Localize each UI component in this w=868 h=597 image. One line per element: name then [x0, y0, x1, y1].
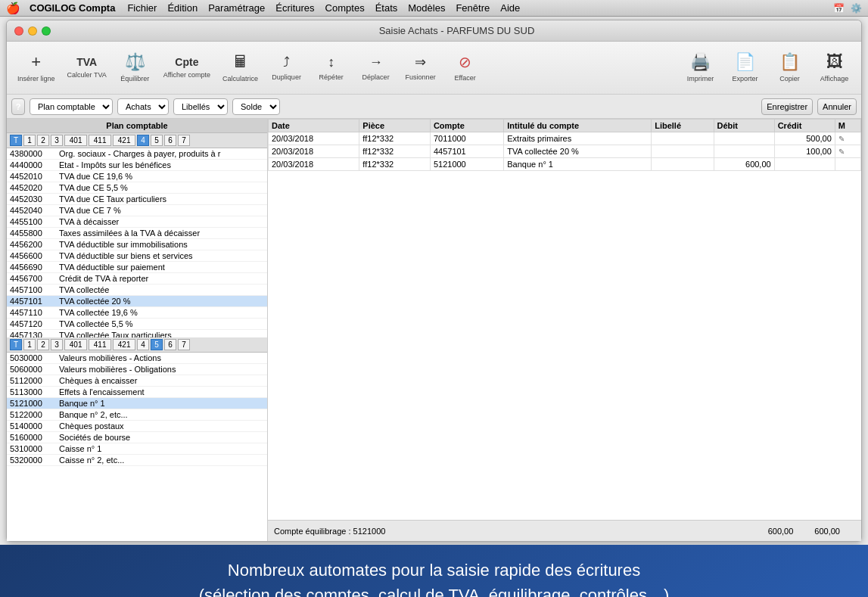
achats-select[interactable]: Achats: [117, 98, 169, 115]
account-row[interactable]: 5060000Valeurs mobilières - Obligations: [7, 364, 267, 375]
app-name[interactable]: COGILOG Compta: [30, 2, 115, 14]
libelles-select[interactable]: Libellés: [173, 98, 228, 115]
tab-7-2[interactable]: 7: [178, 339, 190, 350]
menu-fenetre[interactable]: Fenêtre: [456, 2, 490, 14]
tab-5-2[interactable]: 5: [151, 339, 163, 350]
account-row[interactable]: 4457130TVA collectée Taux particuliers: [7, 330, 267, 337]
tab-411-2[interactable]: 411: [89, 339, 111, 350]
save-button[interactable]: Enregistrer: [761, 98, 813, 115]
close-button[interactable]: [14, 26, 23, 36]
menu-aide[interactable]: Aide: [500, 2, 520, 14]
account-row[interactable]: 5030000Valeurs mobilières - Actions: [7, 353, 267, 364]
account-row[interactable]: 4452020TVA due CE 5,5 %: [7, 182, 267, 194]
duplicate-button[interactable]: ⤴ Dupliquer: [266, 46, 307, 90]
account-row[interactable]: 4452040TVA due CE 7 %: [7, 205, 267, 216]
cell-m: [835, 158, 860, 171]
cancel-button[interactable]: Annuler: [817, 98, 857, 115]
account-row-selected[interactable]: 4457101TVA collectée 20 %: [7, 296, 267, 307]
tab-401-2[interactable]: 401: [64, 339, 87, 350]
journal-row[interactable]: 20/03/2018 ff12*332 7011000 Extraits pri…: [269, 132, 861, 145]
print-button[interactable]: 🖨️ Imprimer: [680, 46, 721, 90]
move-button[interactable]: → Déplacer: [355, 46, 397, 90]
repeat-button[interactable]: ↕ Répéter: [310, 46, 352, 90]
merge-button[interactable]: ⇒ Fusionner: [400, 46, 441, 90]
account-row[interactable]: 4456690TVA déductible sur paiement: [7, 262, 267, 273]
account-row[interactable]: 4452030TVA due CE Taux particuliers: [7, 194, 267, 205]
export-button[interactable]: 📄 Exporter: [724, 46, 766, 90]
tab-401-1[interactable]: 401: [64, 135, 87, 146]
debit-total: 600,00: [768, 527, 794, 536]
tab-7-1[interactable]: 7: [178, 135, 190, 146]
account-row[interactable]: 4456600TVA déductible sur biens et servi…: [7, 250, 267, 262]
tab-4-1[interactable]: 4: [137, 135, 149, 146]
tab-421-1[interactable]: 421: [113, 135, 135, 146]
account-row[interactable]: 4440000Etat - Impôts sur les bénéfices: [7, 160, 267, 171]
journal-row[interactable]: 20/03/2018 ff12*332 4457101 TVA collecté…: [269, 145, 861, 158]
tab-421-2[interactable]: 421: [113, 339, 135, 350]
help-button[interactable]: ?: [11, 98, 25, 115]
cell-m: ✎: [835, 145, 860, 158]
tab-4-2[interactable]: 4: [137, 339, 149, 350]
balance-button[interactable]: ⚖️ Équilibrer: [114, 46, 156, 90]
delete-button[interactable]: ⊘ Effacer: [444, 46, 486, 90]
account-row-selected[interactable]: 5121000Banque n° 1: [7, 398, 267, 409]
cell-credit: [774, 158, 835, 171]
account-row[interactable]: 5310000Caisse n° 1: [7, 443, 267, 455]
tab-6-2[interactable]: 6: [164, 339, 176, 350]
account-row[interactable]: 4380000Org. sociaux - Charges à payer, p…: [7, 148, 267, 160]
edit-icon[interactable]: ✎: [838, 148, 845, 156]
tab-3-2[interactable]: 3: [51, 339, 63, 350]
menu-etats[interactable]: États: [375, 2, 398, 14]
account-row[interactable]: 5122000Banque n° 2, etc...: [7, 409, 267, 421]
solde-select[interactable]: Solde: [232, 98, 280, 115]
account-row[interactable]: 4457110TVA collectée 19,6 %: [7, 307, 267, 319]
cell-credit: 500,00: [774, 132, 835, 145]
calculate-tva-button[interactable]: TVA Calculer TVA: [63, 46, 111, 90]
calendar-icon[interactable]: 📅: [833, 3, 845, 14]
menu-fichier[interactable]: Fichier: [127, 2, 157, 14]
account-row[interactable]: 5140000Chèques postaux: [7, 421, 267, 432]
tab-2-1[interactable]: 2: [37, 135, 49, 146]
tab-3-1[interactable]: 3: [51, 135, 63, 146]
account-row[interactable]: 5320000Caisse n° 2, etc...: [7, 455, 267, 466]
menu-comptes[interactable]: Comptes: [325, 2, 365, 14]
menu-edition[interactable]: Édition: [167, 2, 198, 14]
account-list-top: 4380000Org. sociaux - Charges à payer, p…: [7, 148, 267, 337]
maximize-button[interactable]: [42, 26, 51, 36]
tab-2-2[interactable]: 2: [37, 339, 49, 350]
insert-line-button[interactable]: + Insérer ligne: [13, 46, 60, 90]
settings-icon[interactable]: ⚙️: [851, 3, 862, 14]
tab-1-1[interactable]: 1: [23, 135, 36, 146]
tab-1-2[interactable]: 1: [23, 339, 36, 350]
toolbar-right: 🖨️ Imprimer 📄 Exporter 📋 Copier 🖼 Affich…: [680, 46, 855, 90]
show-account-button[interactable]: Cpte Afficher compte: [159, 46, 215, 90]
journal-row[interactable]: 20/03/2018 ff12*332 5121000 Banque n° 1 …: [269, 158, 861, 171]
menu-modeles[interactable]: Modèles: [408, 2, 445, 14]
plan-comptable-select[interactable]: Plan comptable: [30, 98, 113, 115]
account-row[interactable]: 4455100TVA à décaisser: [7, 216, 267, 228]
copy-button[interactable]: 📋 Copier: [769, 46, 810, 90]
account-row[interactable]: 4452010TVA due CE 19,6 %: [7, 171, 267, 182]
calculator-button[interactable]: 🖩 Calculatrice: [218, 46, 263, 90]
account-row[interactable]: 5112000Chèques à encaisser: [7, 375, 267, 387]
edit-icon[interactable]: ✎: [838, 135, 845, 143]
apple-menu[interactable]: 🍎: [6, 2, 20, 15]
merge-label: Fusionner: [406, 73, 436, 82]
tab-T-2[interactable]: T: [10, 339, 22, 350]
merge-icon: ⇒: [415, 54, 426, 70]
menu-ecritures[interactable]: Écritures: [275, 2, 314, 14]
menu-parametrage[interactable]: Paramétrage: [208, 2, 265, 14]
display-button[interactable]: 🖼 Affichage: [814, 46, 855, 90]
tab-6-1[interactable]: 6: [164, 135, 176, 146]
account-row[interactable]: 4455800Taxes assimilées à la TVA à décai…: [7, 228, 267, 239]
account-row[interactable]: 4457100TVA collectée: [7, 285, 267, 296]
account-row[interactable]: 4456200TVA déductible sur immobilisation…: [7, 239, 267, 250]
tab-411-1[interactable]: 411: [89, 135, 111, 146]
account-row[interactable]: 5113000Effets à l'encaissement: [7, 387, 267, 398]
minimize-button[interactable]: [28, 26, 37, 36]
account-row[interactable]: 4456700Crédit de TVA à reporter: [7, 273, 267, 285]
account-row[interactable]: 5160000Sociétés de bourse: [7, 432, 267, 443]
account-row[interactable]: 4457120TVA collectée 5,5 %: [7, 319, 267, 330]
tab-T-1[interactable]: T: [10, 135, 22, 146]
tab-5-1[interactable]: 5: [151, 135, 163, 146]
